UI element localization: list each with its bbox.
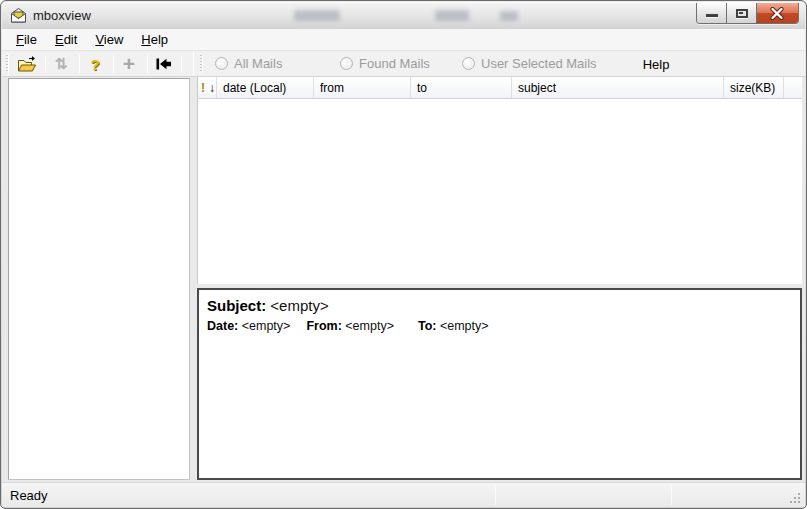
- toolbar-separator: [181, 55, 182, 73]
- from-value: <empty>: [345, 319, 394, 333]
- menu-item-file[interactable]: File: [7, 29, 46, 51]
- toolbar: ⇅ ? + All Mails Found Mails: [2, 51, 805, 77]
- subject-value: <empty>: [270, 297, 328, 314]
- toolbar-band-separator: [193, 52, 194, 76]
- maximize-icon: [736, 9, 748, 18]
- toolbar-separator: [113, 55, 114, 73]
- open-mbox-folder-button[interactable]: [14, 52, 40, 76]
- toolbar-separator: [45, 55, 46, 73]
- folder-tree-view[interactable]: [8, 78, 190, 480]
- radio-all-mails[interactable]: All Mails: [215, 56, 282, 71]
- status-bar: Ready: [2, 482, 805, 507]
- radio-icon: [340, 57, 353, 70]
- menu-bar: File Edit View Help: [2, 29, 805, 51]
- column-header-flag[interactable]: ! ↓: [198, 77, 217, 99]
- minimize-icon: [706, 14, 718, 17]
- watermark-smudge: [435, 10, 469, 21]
- radio-found-mails[interactable]: Found Mails: [340, 56, 430, 71]
- status-text: Ready: [10, 488, 48, 503]
- envelope-app-icon: [10, 7, 27, 24]
- plus-icon: +: [123, 55, 135, 73]
- window-title: mboxview: [33, 8, 91, 23]
- window-controls: [696, 3, 799, 24]
- preview-subject-line: Subject: <empty>: [207, 295, 792, 316]
- minimize-button[interactable]: [697, 3, 727, 23]
- close-button[interactable]: [757, 3, 798, 23]
- column-header-date[interactable]: date (Local): [217, 77, 314, 99]
- toolbar-help-label[interactable]: Help: [636, 57, 676, 72]
- go-to-start-button[interactable]: [150, 52, 176, 76]
- column-header-to[interactable]: to: [411, 77, 512, 99]
- date-label: Date:: [207, 319, 238, 333]
- column-header-from[interactable]: from: [314, 77, 411, 99]
- radio-label: All Mails: [234, 56, 282, 71]
- to-label: To:: [418, 319, 437, 333]
- radio-icon: [215, 57, 228, 70]
- mail-list-header: ! ↓ date (Local) from to subject size(KB…: [198, 77, 802, 99]
- title-bar[interactable]: mboxview: [2, 2, 805, 29]
- menu-item-edit[interactable]: Edit: [46, 29, 86, 51]
- radio-label: Found Mails: [359, 56, 430, 71]
- mail-list-body[interactable]: [198, 99, 802, 284]
- close-icon: [770, 7, 784, 20]
- refresh-icon: ⇅: [55, 55, 68, 73]
- watermark-smudge: [294, 10, 340, 21]
- message-preview-pane: Subject: <empty> Date: <empty>From: <emp…: [197, 288, 802, 480]
- date-value: <empty>: [242, 319, 291, 333]
- go-to-start-icon: [155, 57, 172, 71]
- toolbar-separator: [79, 55, 80, 73]
- exclaim-icon: !: [201, 81, 205, 95]
- toolbar-gripper[interactable]: [6, 55, 9, 73]
- from-label: From:: [306, 319, 341, 333]
- app-window: mboxview File Edit View Help: [0, 0, 807, 509]
- maximize-button[interactable]: [727, 3, 757, 23]
- refresh-button[interactable]: ⇅: [48, 52, 74, 76]
- to-value: <empty>: [440, 319, 489, 333]
- preview-meta-line: Date: <empty>From: <empty>To: <empty>: [207, 318, 792, 335]
- toolbar-gripper[interactable]: [200, 55, 203, 73]
- sort-arrow-icon: ↓: [209, 81, 215, 95]
- radio-label: User Selected Mails: [481, 56, 597, 71]
- toolbar-separator: [147, 55, 148, 73]
- workspace: ! ↓ date (Local) from to subject size(KB…: [2, 77, 805, 482]
- column-header-size[interactable]: size(KB): [724, 77, 784, 99]
- add-button[interactable]: +: [116, 52, 142, 76]
- column-header-subject[interactable]: subject: [512, 77, 724, 99]
- menu-item-view[interactable]: View: [86, 29, 132, 51]
- open-folder-icon: [17, 56, 37, 73]
- radio-user-selected-mails[interactable]: User Selected Mails: [462, 56, 597, 71]
- column-header-filler: [784, 77, 802, 99]
- vertical-splitter[interactable]: [190, 77, 197, 284]
- help-question-icon: ?: [90, 56, 99, 73]
- menu-item-help[interactable]: Help: [132, 29, 177, 51]
- subject-label: Subject:: [207, 297, 266, 314]
- status-pane-divider: [671, 486, 672, 505]
- mail-list-panel: ! ↓ date (Local) from to subject size(KB…: [197, 77, 802, 284]
- status-pane-divider: [495, 486, 496, 505]
- resize-grip[interactable]: [788, 491, 801, 504]
- watermark-smudge: [500, 11, 518, 21]
- help-button[interactable]: ?: [82, 52, 108, 76]
- radio-icon: [462, 57, 475, 70]
